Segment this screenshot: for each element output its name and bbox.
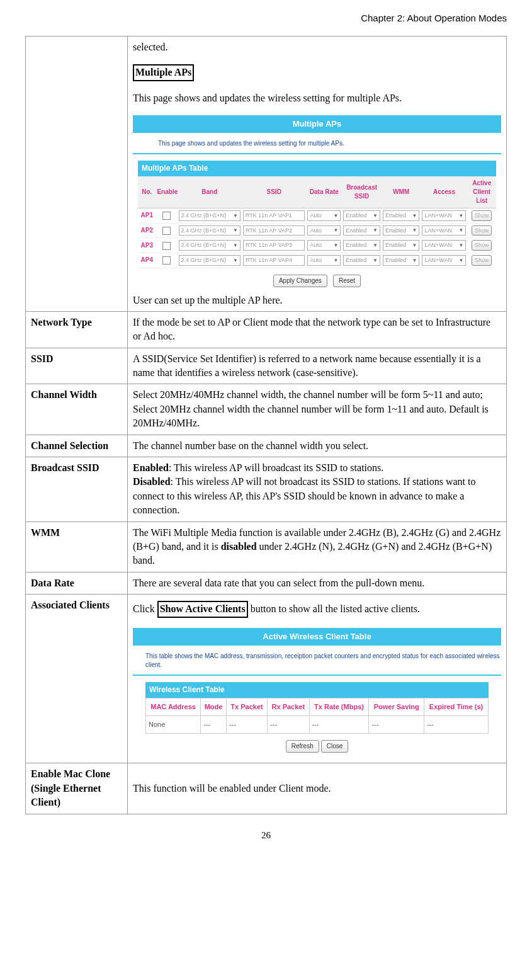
refresh-button[interactable]: Refresh: [286, 740, 319, 753]
ssid-input[interactable]: RTK 11n AP VAP3: [243, 240, 305, 251]
table-row: Data Rate There are several data rate th…: [26, 572, 507, 594]
show-active-clients-button: Show Active Clients: [157, 601, 248, 617]
ssid-input[interactable]: RTK 11n AP VAP1: [243, 210, 305, 221]
divider: [133, 153, 501, 154]
table-row: Broadcast SSID Enabled: This wireless AP…: [26, 457, 507, 522]
client-cell: ---: [268, 715, 310, 733]
client-cell: None: [146, 715, 201, 733]
row-label: SSID: [26, 348, 128, 384]
table-row: SSIDA SSID(Service Set Identifier) is re…: [26, 348, 507, 384]
client-panel-desc: This table shows the MAC address, transm…: [145, 652, 501, 669]
table-row: selected. Multiple APs This page shows a…: [26, 37, 507, 312]
row-label-assoc: Associated Clients: [26, 595, 128, 763]
select[interactable]: 2.4 GHz (B+G+N)▼: [179, 210, 241, 221]
select[interactable]: Enabled▼: [383, 255, 420, 266]
client-col: Rx Packet: [268, 698, 310, 715]
page-number: 26: [25, 830, 507, 841]
select[interactable]: Enabled▼: [343, 210, 380, 221]
select[interactable]: Enabled▼: [343, 225, 380, 236]
disabled-text: : This wireless AP will not broadcast it…: [133, 476, 475, 515]
client-col: Expired Time (s): [424, 698, 489, 715]
multiple-aps-heading: Multiple APs: [133, 64, 194, 81]
main-table: selected. Multiple APs This page shows a…: [25, 36, 507, 814]
col-enable: Enable: [156, 176, 177, 208]
client-cell: ---: [424, 715, 489, 733]
apply-changes-button[interactable]: Apply Changes: [273, 275, 327, 287]
assoc-t2: button to show all the listed active cli…: [248, 603, 420, 614]
select[interactable]: 2.4 GHz (B+G+N)▼: [179, 225, 241, 236]
select[interactable]: Auto▼: [307, 255, 341, 266]
ap-row: AP22.4 GHz (B+G+N)▼RTK 11n AP VAP2Auto▼E…: [138, 223, 496, 238]
aps-table-title: Multiple APs Table: [138, 161, 496, 176]
col-aclist: Active Client List: [467, 176, 496, 208]
client-col: Tx Packet: [226, 698, 267, 715]
ap-no: AP1: [140, 212, 152, 219]
client-cell: ---: [369, 715, 424, 733]
show-button[interactable]: Show: [472, 225, 492, 236]
select[interactable]: 2.4 GHz (B+G+N)▼: [179, 240, 241, 251]
row-desc: Select 20MHz/40MHz channel width, the ch…: [128, 384, 507, 435]
col-no: No.: [138, 176, 156, 208]
row-desc-broadcast: Enabled: This wireless AP will broadcast…: [128, 457, 507, 522]
enable-checkbox[interactable]: [162, 256, 171, 265]
enable-checkbox[interactable]: [162, 227, 171, 235]
show-button[interactable]: Show: [472, 210, 492, 221]
select[interactable]: Auto▼: [307, 240, 341, 251]
aps-table: No. Enable Band SSID Data Rate Broadcast…: [138, 176, 496, 268]
row-label-broadcast: Broadcast SSID: [26, 457, 128, 522]
disabled-label: Disabled: [133, 476, 171, 487]
select[interactable]: Auto▼: [307, 210, 341, 221]
reset-button[interactable]: Reset: [333, 275, 361, 287]
wmm-bold: disabled: [221, 541, 257, 552]
client-col: Tx Rate (Mbps): [309, 698, 369, 715]
ssid-input[interactable]: RTK 11n AP VAP4: [243, 255, 305, 266]
multiple-aps-footer: User can set up the multiple AP here.: [133, 293, 501, 307]
row-label: Channel Selection: [26, 435, 128, 457]
show-button[interactable]: Show: [472, 240, 492, 251]
col-access: Access: [421, 176, 467, 208]
select[interactable]: 2.4 GHz (B+G+N)▼: [179, 255, 241, 266]
enable-checkbox[interactable]: [162, 212, 171, 220]
enable-checkbox[interactable]: [162, 242, 171, 250]
row-label: Channel Width: [26, 384, 128, 435]
table-row: WMM The WiFi Multiple Media function is …: [26, 521, 507, 572]
ap-no: AP2: [140, 227, 152, 234]
col-band: Band: [178, 176, 242, 208]
select[interactable]: LAN+WAN▼: [422, 210, 466, 221]
close-button[interactable]: Close: [321, 740, 349, 753]
client-col: MAC Address: [146, 698, 201, 715]
select[interactable]: LAN+WAN▼: [422, 240, 466, 251]
row-label-macclone: Enable Mac Clone (Single Ethernet Client…: [26, 763, 128, 814]
multiple-aps-panel: Multiple APs This page shows and updates…: [133, 115, 501, 287]
select[interactable]: Enabled▼: [383, 240, 420, 251]
ap-row: AP32.4 GHz (B+G+N)▼RTK 11n AP VAP3Auto▼E…: [138, 238, 496, 253]
select[interactable]: LAN+WAN▼: [422, 255, 466, 266]
ssid-input[interactable]: RTK 11n AP VAP2: [243, 225, 305, 236]
row-label: Network Type: [26, 311, 128, 348]
select[interactable]: Enabled▼: [383, 225, 420, 236]
select[interactable]: Enabled▼: [383, 210, 420, 221]
select[interactable]: LAN+WAN▼: [422, 225, 466, 236]
row-desc-assoc: Click Show Active Clients button to show…: [128, 595, 507, 763]
divider: [133, 675, 501, 676]
multiple-aps-desc: This page shows and updates the wireless…: [133, 91, 501, 105]
assoc-t1: Click: [133, 603, 157, 614]
client-cell: ---: [226, 715, 267, 733]
enabled-text: : This wireless AP will broadcast its SS…: [169, 462, 383, 473]
ap-row: AP42.4 GHz (B+G+N)▼RTK 11n AP VAP4Auto▼E…: [138, 253, 496, 268]
select[interactable]: Enabled▼: [343, 255, 380, 266]
ap-row: AP12.4 GHz (B+G+N)▼RTK 11n AP VAP1Auto▼E…: [138, 208, 496, 224]
table-row: Enable Mac Clone (Single Ethernet Client…: [26, 763, 507, 814]
active-client-panel: Active Wireless Client Table This table …: [133, 628, 501, 753]
show-button[interactable]: Show: [472, 255, 492, 266]
chapter-header: Chapter 2: About Operation Modes: [25, 13, 507, 23]
select[interactable]: Enabled▼: [343, 240, 380, 251]
client-col: Mode: [201, 698, 227, 715]
row-desc: If the mode be set to AP or Client mode …: [128, 311, 507, 348]
select[interactable]: Auto▼: [307, 225, 341, 236]
panel-title: Multiple APs: [133, 115, 501, 133]
col-rate: Data Rate: [306, 176, 342, 208]
col-wmm: WMM: [382, 176, 421, 208]
col-bcast: Broadcast SSID: [342, 176, 382, 208]
row-desc-macclone: This function will be enabled under Clie…: [128, 763, 507, 814]
